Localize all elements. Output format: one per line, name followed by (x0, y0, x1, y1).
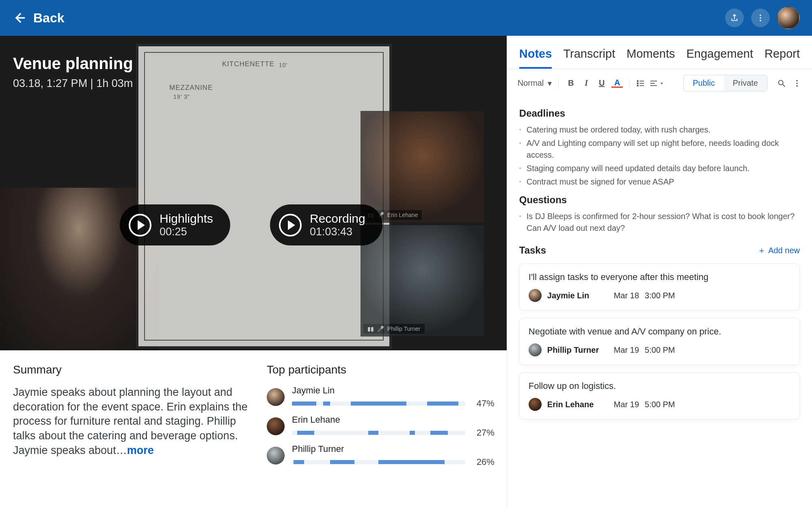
tab-report[interactable]: Report (764, 47, 800, 69)
more-button[interactable] (751, 9, 770, 27)
avatar (267, 417, 285, 435)
tab-moments[interactable]: Moments (626, 47, 675, 69)
recording-label: Recording (310, 212, 365, 226)
highlights-time: 00:25 (160, 226, 213, 238)
participant-name: Erin Lehane (292, 415, 495, 425)
share-button[interactable] (725, 9, 744, 27)
mic-icon: 🎤 (377, 326, 384, 332)
task-card[interactable]: Negotiate with venue and A/V company on … (519, 318, 800, 365)
notes-body: Deadlines Catering must be ordered today… (507, 97, 812, 508)
more-vert-icon (756, 13, 765, 22)
tab-notes[interactable]: Notes (519, 47, 552, 69)
talk-time-bar (292, 460, 465, 464)
svg-point-3 (637, 80, 639, 82)
participant-pct: 47% (471, 398, 495, 409)
meeting-video-area: MEZZANINE KITCHENETTE 19' 3" 10' ▮▮ 🎤 Er… (0, 36, 507, 350)
fp-kit-label: KITCHENETTE (222, 60, 274, 68)
questions-list: Is DJ Bleeps is confirmed for 2-hour ses… (519, 211, 800, 234)
participant-pct: 26% (471, 457, 495, 467)
chevron-down-icon: ▾ (548, 78, 552, 88)
bold-button[interactable]: B (565, 78, 577, 88)
fp-dim1: 19' 3" (173, 93, 190, 100)
task-title: I'll assign tasks to everyone after this… (529, 272, 790, 282)
svg-point-7 (637, 85, 639, 86)
search-icon[interactable] (777, 79, 786, 88)
top-participants-section: Top participants Jaymie Lin 47% (267, 363, 495, 500)
back-button[interactable]: Back (12, 11, 65, 26)
svg-point-15 (796, 82, 798, 84)
task-date: Mar 19 (614, 400, 639, 409)
play-icon (129, 214, 151, 237)
meeting-title: Venue planning (13, 54, 133, 73)
user-avatar[interactable] (777, 7, 800, 29)
fp-dim2: 10' (279, 62, 287, 68)
task-date: Mar 19 (614, 345, 639, 355)
participant-name: Phillip Turner (387, 326, 421, 332)
task-time: 5:00 PM (645, 345, 675, 355)
note-item: Catering must be ordered today, with rus… (519, 124, 800, 136)
italic-button[interactable]: I (581, 78, 592, 88)
task-assignee: Phillip Turner (547, 345, 608, 355)
participant-pct: 27% (471, 428, 495, 438)
avatar (267, 388, 285, 406)
svg-point-2 (760, 20, 761, 22)
add-task-button[interactable]: ＋ Add new (758, 245, 800, 256)
back-label: Back (33, 11, 65, 26)
avatar (529, 343, 542, 356)
highlights-label: Highlights (160, 212, 213, 226)
deadlines-list: Catering must be ordered today, with rus… (519, 124, 800, 188)
note-item: Is DJ Bleeps is confirmed for 2-hour ses… (519, 211, 800, 234)
back-arrow-icon (12, 11, 26, 25)
task-card[interactable]: I'll assign tasks to everyone after this… (519, 263, 800, 310)
svg-point-5 (637, 82, 639, 84)
questions-heading: Questions (519, 194, 800, 206)
svg-line-13 (783, 84, 785, 87)
task-card[interactable]: Follow up on logistics. Erin Lehane Mar … (519, 372, 800, 419)
visibility-toggle[interactable]: Public Private (683, 75, 767, 91)
style-select[interactable]: Normal ▾ (518, 78, 552, 88)
summary-text: Jaymie speaks about planning the layout … (13, 385, 251, 458)
participant-name: Erin Lehane (387, 212, 418, 218)
text-color-button[interactable]: A (611, 78, 623, 88)
participant-tile: ▮▮ 🎤 Erin Lehane (361, 111, 484, 223)
share-icon (730, 13, 739, 22)
panel-tabs: Notes Transcript Moments Engagement Repo… (507, 36, 812, 69)
summary-heading: Summary (13, 363, 251, 376)
notes-panel: Notes Transcript Moments Engagement Repo… (507, 36, 812, 508)
align-left-icon[interactable] (649, 79, 658, 88)
play-recording-button[interactable]: Recording 01:03:43 (270, 204, 382, 245)
talk-time-bar (292, 402, 465, 406)
note-item: Staging company will need updated detail… (519, 163, 800, 174)
recording-time: 01:03:43 (310, 226, 365, 238)
talk-time-bar (292, 431, 465, 435)
list-bullet-icon[interactable] (636, 79, 645, 88)
svg-point-0 (760, 15, 761, 16)
play-highlights-button[interactable]: Highlights 00:25 (120, 204, 230, 245)
task-time: 3:00 PM (645, 291, 675, 300)
avatar (529, 289, 542, 302)
svg-point-16 (796, 85, 798, 87)
avatar (529, 398, 542, 411)
svg-point-12 (779, 80, 783, 85)
tasks-heading: Tasks (519, 245, 546, 256)
svg-point-14 (796, 80, 798, 81)
tab-engagement[interactable]: Engagement (686, 47, 753, 69)
tab-transcript[interactable]: Transcript (563, 47, 615, 69)
note-item: Contract must be signed for venue ASAP (519, 176, 800, 188)
app-header: Back (0, 0, 812, 36)
task-date: Mar 18 (614, 291, 639, 300)
note-item: A/V and Lighting company will set up nig… (519, 137, 800, 161)
underline-button[interactable]: U (596, 78, 607, 88)
summary-more-link[interactable]: more (127, 444, 154, 456)
fp-mezz-label: MEZZANINE (169, 84, 213, 92)
visibility-public[interactable]: Public (684, 75, 723, 91)
chevron-down-icon[interactable]: ▾ (661, 80, 663, 86)
more-vert-icon[interactable] (793, 79, 801, 88)
visibility-private[interactable]: Private (724, 75, 767, 91)
task-title: Negotiate with venue and A/V company on … (529, 326, 790, 337)
summary-section: Summary Jaymie speaks about planning the… (13, 363, 251, 500)
signal-icon: ▮▮ (367, 326, 374, 332)
meeting-meta: 03.18, 1:27 PM | 1h 03m (13, 77, 133, 90)
avatar (267, 447, 285, 465)
editor-toolbar: Normal ▾ B I U A ▾ Public Private (507, 69, 812, 97)
